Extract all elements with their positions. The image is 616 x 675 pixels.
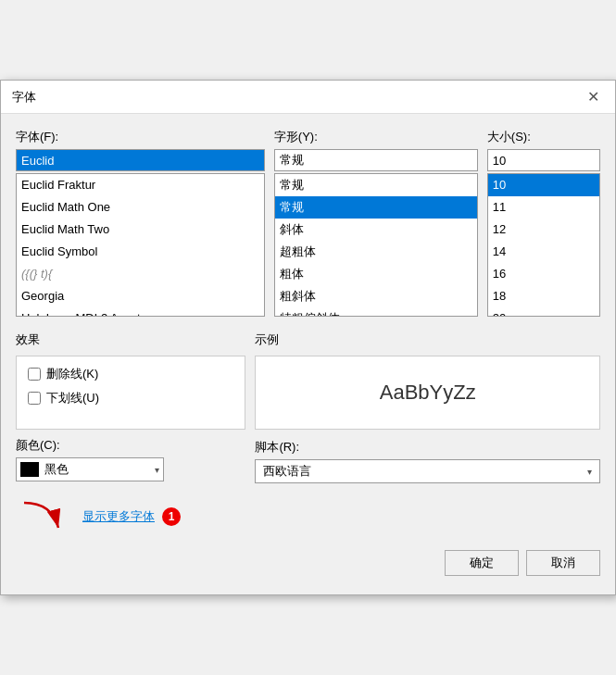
preview-column: 示例 AaBbYyZz 脚本(R): 西欧语言 ▾ (255, 331, 600, 483)
list-item[interactable]: 12 (488, 219, 599, 241)
size-column: 大小(S): 10 11 12 14 16 18 20 22 (487, 129, 600, 317)
preview-box: AaBbYyZz (255, 356, 600, 430)
list-item[interactable]: Georgia (17, 285, 264, 307)
list-item[interactable]: 超粗体 (275, 241, 477, 263)
link-row: 显示更多字体 1 (16, 498, 600, 535)
font-list[interactable]: Euclid Fraktur Euclid Math One Euclid Ma… (16, 173, 265, 317)
ok-button[interactable]: 确定 (445, 550, 519, 576)
underline-label: 下划线(U) (46, 390, 99, 406)
list-item[interactable]: 16 (488, 263, 599, 285)
size-label: 大小(S): (487, 129, 600, 145)
size-input[interactable] (487, 149, 600, 171)
strikethrough-checkbox[interactable] (28, 368, 41, 381)
effects-section-label: 效果 (16, 331, 245, 348)
bottom-section: 效果 删除线(K) 下划线(U) 颜色(C): (16, 331, 600, 483)
effects-column: 效果 删除线(K) 下划线(U) 颜色(C): (16, 331, 245, 483)
cancel-button[interactable]: 取消 (526, 550, 600, 576)
preview-section-label: 示例 (255, 331, 600, 348)
color-row: 颜色(C): 黑色 ▾ (16, 437, 245, 481)
list-item[interactable]: 特粗偏斜体 (275, 307, 477, 317)
font-column: 字体(F): Euclid Fraktur Euclid Math One Eu… (16, 129, 265, 317)
list-item[interactable]: HoloLens MDL2 Assets (17, 307, 264, 317)
list-item[interactable]: 斜体 (275, 219, 477, 241)
list-item[interactable]: 14 (488, 241, 599, 263)
effects-box: 删除线(K) 下划线(U) (16, 356, 245, 430)
font-dialog: 字体 ✕ 字体(F): Euclid Fraktur Euclid Math O… (0, 80, 616, 595)
list-item[interactable]: 常规 (275, 196, 477, 219)
color-label: 颜色(C): (16, 437, 245, 454)
list-item[interactable]: 18 (488, 285, 599, 307)
style-list[interactable]: 常规 常规 斜体 超粗体 粗体 粗斜体 特粗偏斜体 (274, 173, 478, 317)
script-value: 西欧语言 (263, 463, 311, 480)
list-item[interactable]: 20 (488, 307, 599, 317)
script-dropdown[interactable]: 西欧语言 ▾ (255, 459, 600, 483)
underline-checkbox[interactable] (28, 392, 41, 405)
color-value: 黑色 (44, 461, 69, 478)
chevron-down-icon: ▾ (155, 465, 159, 475)
list-item[interactable]: 10 (488, 174, 599, 196)
preview-text: AaBbYyZz (380, 381, 476, 405)
style-column: 字形(Y): 常规 常规 斜体 超粗体 粗体 粗斜体 特粗偏斜体 (274, 129, 478, 317)
list-item[interactable]: 粗斜体 (275, 285, 477, 307)
size-list[interactable]: 10 11 12 14 16 18 20 22 (487, 173, 600, 317)
script-chevron-icon: ▾ (587, 467, 592, 477)
list-item[interactable]: Euclid Math One (17, 196, 264, 219)
script-label: 脚本(R): (255, 439, 600, 456)
red-arrow-icon (19, 498, 75, 535)
style-input[interactable] (274, 149, 478, 171)
list-item[interactable]: 粗体 (275, 263, 477, 285)
dialog-title: 字体 (12, 89, 36, 106)
title-bar: 字体 ✕ (1, 81, 615, 114)
style-label: 字形(Y): (274, 129, 478, 145)
list-item[interactable]: ({(} t){ (17, 263, 264, 285)
strikethrough-row: 删除线(K) (28, 366, 233, 382)
top-section: 字体(F): Euclid Fraktur Euclid Math One Eu… (16, 129, 600, 317)
badge: 1 (162, 507, 181, 526)
color-swatch (20, 462, 39, 477)
font-input[interactable] (16, 149, 265, 171)
strikethrough-label: 删除线(K) (46, 366, 98, 382)
underline-row: 下划线(U) (28, 390, 233, 406)
list-item[interactable]: Euclid Fraktur (17, 174, 264, 196)
list-item[interactable]: 11 (488, 196, 599, 219)
list-item[interactable]: Euclid Symbol (17, 241, 264, 263)
script-row: 脚本(R): 西欧语言 ▾ (255, 439, 600, 483)
font-label: 字体(F): (16, 129, 265, 145)
show-more-fonts-link[interactable]: 显示更多字体 (82, 508, 155, 525)
list-item[interactable]: 常规 (275, 174, 477, 196)
close-button[interactable]: ✕ (582, 86, 604, 108)
list-item[interactable]: Euclid Math Two (17, 219, 264, 241)
color-dropdown[interactable]: 黑色 ▾ (16, 457, 164, 481)
action-row: 确定 取消 (16, 550, 600, 580)
dialog-body: 字体(F): Euclid Fraktur Euclid Math One Eu… (1, 114, 615, 594)
